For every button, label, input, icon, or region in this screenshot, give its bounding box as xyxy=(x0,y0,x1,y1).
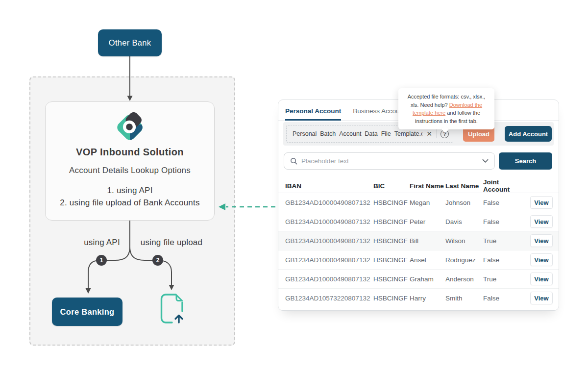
view-button[interactable]: View xyxy=(530,215,553,228)
cell-iban: GB1234AD10000490807132 xyxy=(285,199,373,206)
table-row: GB1234AD10573220807132 HSBCINGF Harry Sm… xyxy=(278,288,559,307)
file-upload-icon xyxy=(159,293,185,325)
core-banking-node: Core Banking xyxy=(52,298,122,326)
vop-subtitle: Account Details Lookup Options xyxy=(69,166,191,175)
header-last-name: Last Name xyxy=(445,182,483,190)
other-bank-node: Other Bank xyxy=(98,29,162,56)
cell-last-name: Smith xyxy=(445,295,483,302)
cell-joint-account: True xyxy=(483,275,524,283)
cell-bic: HSBCINGF xyxy=(373,275,410,283)
cell-last-name: Wilson xyxy=(445,237,483,245)
cell-last-name: Davis xyxy=(445,218,483,225)
table-row: GB1234AD10000490807132 HSBCINGF Bill Wil… xyxy=(278,231,559,250)
branch-label-api: using API xyxy=(73,238,131,248)
core-banking-label: Core Banking xyxy=(60,307,115,317)
view-button[interactable]: View xyxy=(530,196,553,209)
search-input[interactable] xyxy=(301,157,482,165)
step-2-badge: 2 xyxy=(152,255,163,266)
cell-joint-account: True xyxy=(483,237,524,245)
view-button[interactable]: View xyxy=(530,253,553,266)
cell-bic: HSBCINGF xyxy=(373,256,410,264)
search-field[interactable] xyxy=(284,152,495,170)
tab-business-account[interactable]: Business Account xyxy=(353,100,405,121)
cell-first-name: Megan xyxy=(410,199,445,206)
search-button[interactable]: Search xyxy=(499,152,552,170)
chevron-down-icon[interactable] xyxy=(482,159,489,163)
cell-joint-account: False xyxy=(483,199,524,206)
table-row: GB1234AD10000490807132 HSBCINGF Ansel Ro… xyxy=(278,250,559,269)
cell-iban: GB1234AD10000490807132 xyxy=(285,218,373,225)
branch-label-file-upload: using file upload xyxy=(137,238,206,248)
cell-iban: GB1234AD10000490807132 xyxy=(285,275,373,283)
cell-first-name: Graham xyxy=(410,275,445,283)
clear-file-icon[interactable]: ✕ xyxy=(422,130,436,138)
cell-iban: GB1234AD10000490807132 xyxy=(285,237,373,245)
cell-joint-account: False xyxy=(483,295,524,302)
cell-first-name: Ansel xyxy=(410,256,445,264)
cell-last-name: Anderson xyxy=(445,275,483,283)
view-button[interactable]: View xyxy=(530,234,553,247)
account-upload-panel: Personal Account Business Account Person… xyxy=(278,99,559,311)
upload-help-tooltip: Accepted file formats: csv., xlsx., xls.… xyxy=(398,88,494,129)
cell-first-name: Peter xyxy=(410,218,445,225)
cell-joint-account: False xyxy=(483,256,524,264)
cell-iban: GB1234AD10000490807132 xyxy=(285,256,373,264)
vop-option-file-upload: 2. using file upload of Bank Accounts xyxy=(60,197,199,209)
header-bic: BIC xyxy=(373,182,410,190)
step-1-badge: 1 xyxy=(96,255,107,266)
cell-bic: HSBCINGF xyxy=(373,237,410,245)
header-iban: IBAN xyxy=(285,182,373,190)
cell-last-name: Johnson xyxy=(445,199,483,206)
cell-last-name: Rodriguez xyxy=(445,256,483,264)
search-icon xyxy=(290,157,297,165)
header-joint-account: Joint Account xyxy=(483,178,524,193)
tooltip-help-text: Need help? xyxy=(420,102,449,108)
tab-personal-account[interactable]: Personal Account xyxy=(285,100,341,121)
cell-bic: HSBCINGF xyxy=(373,218,410,225)
search-row: Search xyxy=(283,152,554,170)
cell-first-name: Bill xyxy=(410,237,445,245)
divider xyxy=(436,129,437,138)
accounts-table: IBAN BIC First Name Last Name Joint Acco… xyxy=(278,178,559,307)
vop-logo-icon xyxy=(115,110,145,141)
table-header-row: IBAN BIC First Name Last Name Joint Acco… xyxy=(278,178,559,193)
view-button[interactable]: View xyxy=(530,292,553,304)
cell-bic: HSBCINGF xyxy=(373,199,410,206)
header-first-name: First Name xyxy=(410,182,445,190)
view-button[interactable]: View xyxy=(530,273,553,285)
cell-iban: GB1234AD10573220807132 xyxy=(285,295,373,302)
vop-option-api: 1. using API xyxy=(60,184,199,197)
selected-filename: Personal_Batch_Account_Data_File_Templat… xyxy=(293,130,422,137)
table-row: GB1234AD10000490807132 HSBCINGF Graham A… xyxy=(278,269,559,288)
vop-inbound-solution-box: VOP Inbound Solution Account Details Loo… xyxy=(45,101,215,221)
table-row: GB1234AD10000490807132 HSBCINGF Peter Da… xyxy=(278,212,559,231)
cell-joint-account: False xyxy=(483,218,524,225)
vop-title: VOP Inbound Solution xyxy=(76,147,184,158)
other-bank-label: Other Bank xyxy=(109,38,151,48)
cell-bic: HSBCINGF xyxy=(373,295,410,302)
cell-first-name: Harry xyxy=(410,295,445,302)
add-account-button[interactable]: Add Account xyxy=(505,126,552,142)
table-row: GB1234AD10000490807132 HSBCINGF Megan Jo… xyxy=(278,193,559,212)
